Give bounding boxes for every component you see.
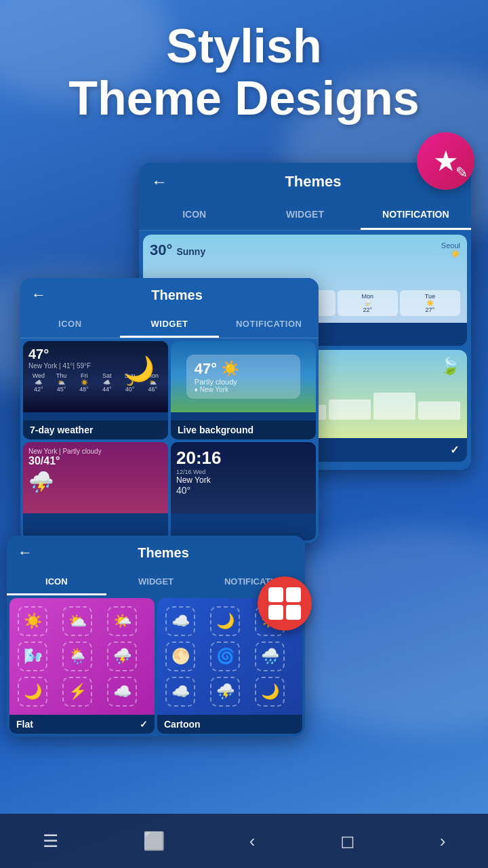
clock-time: 20:16 <box>176 448 310 469</box>
flat-icon-overcast: ☁️ <box>107 677 137 707</box>
tab-widget-c[interactable]: WIDGET <box>106 570 206 595</box>
panel-c-title: Themes <box>33 545 294 561</box>
main-title: Stylish Theme Designs <box>0 20 488 125</box>
tab-icon-b[interactable]: ICON <box>139 201 249 230</box>
day-mon: Mon⛈️22° <box>338 290 398 316</box>
nw-thu: Thu⛅45° <box>52 372 72 393</box>
star-icon: ★ <box>433 147 459 176</box>
panel-b-tabs: ICON WIDGET NOTIFICATION <box>139 201 471 231</box>
live-condition: Partly cloudy <box>195 378 292 386</box>
thumb-night-weather[interactable]: 47° New York | 41°| 59°F 🌙 Wed☁️42° Thu⛅… <box>23 341 168 439</box>
panel-themes-widget: ← Themes ICON WIDGET NOTIFICATION 47° Ne… <box>20 278 319 543</box>
7day-city: Seoul☀️ <box>441 241 460 258</box>
star-badge[interactable]: ★ ✎ <box>417 132 474 190</box>
cartoon-icon-fullmoon: 🌕 <box>165 642 195 671</box>
icon-set-flat[interactable]: ☀️ ⛅ 🌤️ 🌬️ 🌦️ ⛈️ 🌙 ⚡ ☁️ Flat ✓ <box>9 598 155 734</box>
tab-icon-c[interactable]: ICON <box>7 570 106 595</box>
flat-icon-sun: ☀️ <box>18 606 47 636</box>
cartoon-icon-overcast: ☁️ <box>165 677 195 707</box>
fab-grid-button[interactable] <box>258 576 312 631</box>
panel-themes-icon: ← Themes ICON WIDGET NOTIFICATION ☀️ ⛅ 🌤… <box>7 536 305 736</box>
thumb-clock[interactable]: 20:16 12/16 Wed New York 40° <box>171 442 316 540</box>
check-icon: ✓ <box>450 443 459 456</box>
panel-a-header: ← Themes <box>20 278 319 312</box>
panel-b-back-button[interactable]: ← <box>151 172 167 191</box>
cartoon-icon-swirl: 🌀 <box>210 642 240 671</box>
7day-temp: 30° Sunny <box>150 241 205 259</box>
panel-a-title: Themes <box>46 288 308 303</box>
cartoon-icon-cloud: ☁️ <box>165 606 195 636</box>
live-bg: 47° ☀️ Partly cloudy ♦ New York <box>171 341 316 412</box>
flat-icon-partly: 🌤️ <box>107 606 137 636</box>
clock-bg: 20:16 12/16 Wed New York 40° <box>171 442 316 513</box>
nav-extra-icon[interactable]: › <box>440 831 446 852</box>
bar-6 <box>373 393 415 420</box>
clock-city: New York <box>176 475 310 485</box>
live-widget: 47° ☀️ Partly cloudy ♦ New York <box>186 355 300 399</box>
storm-bg: New York | Partly cloudy 30/41° ⛈️ <box>23 442 168 513</box>
tab-widget-a[interactable]: WIDGET <box>120 312 220 338</box>
flat-icon-moon: 🌙 <box>18 677 47 707</box>
flat-label: Flat ✓ <box>9 715 155 734</box>
live-temp: 47° ☀️ <box>195 360 292 378</box>
nw-fri: Fri☀️48° <box>74 372 94 393</box>
tab-notification-b[interactable]: NOTIFICATION <box>361 201 471 230</box>
navigation-bar: ☰ ⬜ ‹ ◻ › <box>0 814 488 868</box>
bar-7 <box>418 401 460 420</box>
flat-icon-storm: ⛈️ <box>107 642 137 671</box>
flat-icon-cloud: ⛅ <box>62 606 92 636</box>
flat-icon-wind: 🌬️ <box>18 642 47 671</box>
leaf-icon: 🍃 <box>440 357 460 380</box>
nav-menu-icon[interactable]: ☰ <box>43 831 58 852</box>
panel-a-back-button[interactable]: ← <box>31 286 46 304</box>
bar-5 <box>329 399 371 420</box>
panel-c-back-button[interactable]: ← <box>18 544 33 561</box>
fab-grid-icon <box>266 585 304 623</box>
thumb-live-bg[interactable]: 47° ☀️ Partly cloudy ♦ New York Live bac… <box>171 341 316 439</box>
night-label: 7-day weather <box>23 420 168 439</box>
tab-icon-a[interactable]: ICON <box>20 312 120 338</box>
flat-check-icon: ✓ <box>140 719 148 730</box>
cartoon-icon-moon: 🌙 <box>210 606 240 636</box>
panel-a-tabs: ICON WIDGET NOTIFICATION <box>20 312 319 338</box>
night-bg: 47° New York | 41°| 59°F 🌙 Wed☁️42° Thu⛅… <box>23 341 168 412</box>
panel-b-title: Themes <box>167 173 459 191</box>
storm-icon: ⛈️ <box>28 470 163 494</box>
cartoon-label: Cartoon <box>157 715 302 734</box>
clock-temperature: 40° <box>176 485 310 496</box>
tab-widget-b[interactable]: WIDGET <box>249 201 360 230</box>
panel-a-grid: 47° New York | 41°| 59°F 🌙 Wed☁️42° Thu⛅… <box>20 338 319 543</box>
cartoon-icon-rain: 🌧️ <box>255 642 285 671</box>
storm-condition: New York | Partly cloudy <box>28 448 163 455</box>
tab-notification-a[interactable]: NOTIFICATION <box>219 312 319 338</box>
nav-back-icon[interactable]: ‹ <box>249 831 256 852</box>
live-location: ♦ New York <box>195 386 292 393</box>
panel-c-header: ← Themes <box>7 536 305 570</box>
flat-icon-rain: 🌦️ <box>62 642 92 671</box>
pencil-icon: ✎ <box>455 164 468 182</box>
nav-home-icon[interactable]: ⬜ <box>143 831 165 852</box>
moon-icon: 🌙 <box>124 355 155 383</box>
clock-date: 12/16 Wed <box>176 469 310 475</box>
storm-temp: 30/41° <box>28 455 163 467</box>
live-label: Live background <box>171 420 316 439</box>
cartoon-icon-storm: ⛈️ <box>210 677 240 707</box>
nav-recent-icon[interactable]: ◻ <box>340 831 355 852</box>
thumb-storm[interactable]: New York | Partly cloudy 30/41° ⛈️ <box>23 442 168 540</box>
day-tue: Tue☀️27° <box>400 290 460 316</box>
nw-wed: Wed☁️42° <box>28 372 49 393</box>
flat-icons-bg: ☀️ ⛅ 🌤️ 🌬️ 🌦️ ⛈️ 🌙 ⚡ ☁️ <box>9 598 155 715</box>
cartoon-icon-night: 🌙 <box>255 677 285 707</box>
flat-icon-thunder: ⚡ <box>62 677 92 707</box>
nw-sat: Sat☁️44° <box>97 372 117 393</box>
